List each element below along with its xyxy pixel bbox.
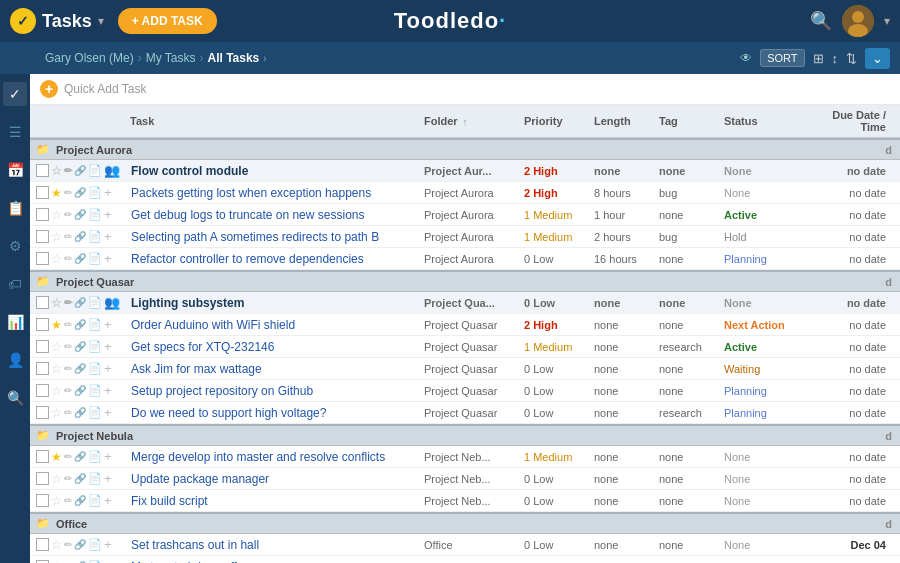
sidebar-icon-list[interactable]: ☰ [3, 120, 27, 144]
pencil-icon[interactable]: ✏ [64, 407, 72, 418]
breadcrumb-user[interactable]: Gary Olsen (Me) [45, 51, 134, 65]
add-sub-icon[interactable]: + [104, 559, 112, 563]
star-icon[interactable]: ★ [51, 318, 62, 332]
col-header-task[interactable]: Task [130, 115, 424, 127]
clip-icon[interactable]: 🔗 [74, 319, 86, 330]
pencil-icon[interactable]: ✏ [64, 187, 72, 198]
group-collapse-icon[interactable]: d [885, 518, 892, 530]
star-icon[interactable]: ☆ [51, 560, 62, 564]
sidebar-icon-people[interactable]: 👤 [3, 348, 27, 372]
col-header-priority[interactable]: Priority [524, 115, 594, 127]
task-checkbox[interactable] [36, 538, 49, 551]
sidebar-icon-search[interactable]: 🔍 [3, 386, 27, 410]
pencil-icon[interactable]: ✏ [64, 451, 72, 462]
add-sub-icon[interactable]: + [104, 361, 112, 376]
task-checkbox[interactable] [36, 296, 49, 309]
quick-add-icon[interactable]: + [40, 80, 58, 98]
sidebar-icon-stats[interactable]: 📊 [3, 310, 27, 334]
task-name[interactable]: Do we need to support high voltage? [131, 406, 424, 420]
pencil-icon[interactable]: ✏ [64, 319, 72, 330]
task-checkbox[interactable] [36, 450, 49, 463]
task-name[interactable]: Update package manager [131, 472, 424, 486]
task-name[interactable]: Get specs for XTQ-232146 [131, 340, 424, 354]
group-collapse-icon[interactable]: d [885, 430, 892, 442]
pencil-icon[interactable]: ✏ [64, 473, 72, 484]
sort-button[interactable]: SORT [760, 49, 804, 67]
task-checkbox[interactable] [36, 472, 49, 485]
star-icon[interactable]: ☆ [51, 406, 62, 420]
task-name[interactable]: Selecting path A sometimes redirects to … [131, 230, 424, 244]
task-checkbox[interactable] [36, 208, 49, 221]
star-icon[interactable]: ★ [51, 450, 62, 464]
search-icon[interactable]: 🔍 [810, 10, 832, 32]
add-task-button[interactable]: + ADD TASK [118, 8, 217, 34]
star-icon[interactable]: ☆ [51, 494, 62, 508]
col-header-tag[interactable]: Tag [659, 115, 724, 127]
task-checkbox[interactable] [36, 362, 49, 375]
star-icon[interactable]: ☆ [51, 296, 62, 310]
star-icon[interactable]: ☆ [51, 252, 62, 266]
task-checkbox[interactable] [36, 406, 49, 419]
task-checkbox[interactable] [36, 384, 49, 397]
add-sub-icon[interactable]: + [104, 185, 112, 200]
breadcrumb-mytasks[interactable]: My Tasks [146, 51, 196, 65]
task-name[interactable]: Refactor controller to remove dependenci… [131, 252, 424, 266]
breadcrumb-caret-icon[interactable]: › [263, 53, 266, 64]
add-sub-icon[interactable]: + [104, 471, 112, 486]
add-sub-icon[interactable]: + [104, 317, 112, 332]
collapse-all-button[interactable]: ⌄ [865, 48, 890, 69]
star-icon[interactable]: ☆ [51, 164, 62, 178]
col-header-length[interactable]: Length [594, 115, 659, 127]
pencil-icon[interactable]: ✏ [64, 209, 72, 220]
star-icon[interactable]: ☆ [51, 230, 62, 244]
add-sub-icon[interactable]: + [104, 251, 112, 266]
task-checkbox[interactable] [36, 340, 49, 353]
pencil-icon[interactable]: ✏ [64, 495, 72, 506]
task-checkbox[interactable] [36, 164, 49, 177]
add-sub-icon[interactable]: + [104, 207, 112, 222]
add-sub-icon[interactable]: + [104, 339, 112, 354]
nav-caret-icon[interactable]: ▾ [884, 14, 890, 28]
pencil-icon[interactable]: ✏ [64, 297, 72, 308]
task-checkbox[interactable] [36, 494, 49, 507]
star-icon[interactable]: ☆ [51, 340, 62, 354]
pencil-icon[interactable]: ✏ [64, 253, 72, 264]
sidebar-icon-notes[interactable]: 📋 [3, 196, 27, 220]
task-name[interactable]: My turn to bring coffee [131, 560, 424, 564]
task-checkbox[interactable] [36, 230, 49, 243]
col-header-folder[interactable]: Folder ↑ [424, 115, 524, 127]
quick-add-label[interactable]: Quick Add Task [64, 82, 147, 96]
star-icon[interactable]: ☆ [51, 208, 62, 222]
add-sub-icon[interactable]: + [104, 537, 112, 552]
sidebar-icon-tags[interactable]: 🏷 [3, 272, 27, 296]
pencil-icon[interactable]: ✏ [64, 539, 72, 550]
task-name[interactable]: Get debug logs to truncate on new sessio… [131, 208, 424, 222]
task-name[interactable]: Fix build script [131, 494, 424, 508]
star-icon[interactable]: ☆ [51, 538, 62, 552]
task-name[interactable]: Flow control module [131, 164, 424, 178]
add-sub-icon[interactable]: + [104, 449, 112, 464]
group-collapse-icon[interactable]: d [885, 144, 892, 156]
star-icon[interactable]: ☆ [51, 362, 62, 376]
view-icon[interactable]: 👁 [740, 51, 752, 65]
avatar[interactable] [842, 5, 874, 37]
breadcrumb-alltasks[interactable]: All Tasks [207, 51, 259, 65]
col-header-status[interactable]: Status [724, 115, 804, 127]
task-name[interactable]: Packets getting lost when exception happ… [131, 186, 424, 200]
sort-icon-3[interactable]: ⇅ [846, 51, 857, 66]
pencil-icon[interactable]: ✏ [64, 231, 72, 242]
pencil-icon[interactable]: ✏ [64, 363, 72, 374]
pencil-icon[interactable]: ✏ [64, 341, 72, 352]
sidebar-icon-calendar[interactable]: 📅 [3, 158, 27, 182]
sort-icon-2[interactable]: ↕ [832, 51, 839, 66]
task-checkbox[interactable] [36, 186, 49, 199]
task-checkbox[interactable] [36, 318, 49, 331]
task-name[interactable]: Order Auduino with WiFi shield [131, 318, 424, 332]
group-collapse-icon[interactable]: d [885, 276, 892, 288]
sort-icon-1[interactable]: ⊞ [813, 51, 824, 66]
task-name[interactable]: Ask Jim for max wattage [131, 362, 424, 376]
note-icon[interactable]: 📄 [88, 450, 102, 463]
sidebar-icon-settings[interactable]: ⚙ [3, 234, 27, 258]
pencil-icon[interactable]: ✏ [64, 165, 72, 176]
pencil-icon[interactable]: ✏ [64, 385, 72, 396]
